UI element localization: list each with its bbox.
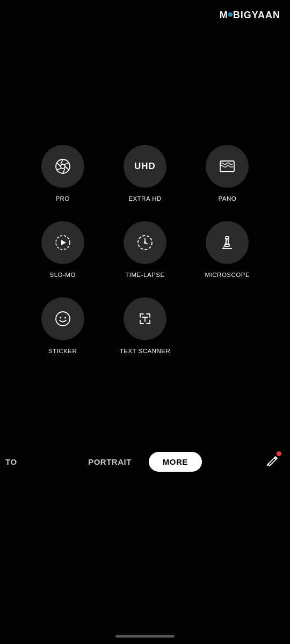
- microscope-icon: [217, 232, 237, 253]
- bottom-bar-right: [265, 445, 279, 478]
- edit-button[interactable]: [265, 453, 279, 470]
- mode-time-lapse[interactable]: TIME-LAPSE: [104, 221, 186, 278]
- svg-line-4: [65, 166, 69, 170]
- mode-microscope[interactable]: MICROSCOPE: [186, 221, 269, 278]
- sticker-icon: [53, 309, 73, 329]
- microscope-label: MICROSCOPE: [205, 272, 250, 278]
- text-scanner-icon-circle: [124, 297, 166, 340]
- svg-point-22: [64, 317, 66, 319]
- extra-hd-label: EXTRA HD: [128, 195, 162, 202]
- bottom-item-portrait[interactable]: PORTRAIT: [88, 457, 132, 466]
- uhd-icon: UHD: [134, 161, 156, 172]
- pro-icon-circle: [41, 145, 84, 188]
- pro-label: PRO: [55, 195, 69, 202]
- bottom-item-more[interactable]: MORE: [149, 452, 202, 472]
- pano-icon-circle: [206, 145, 249, 188]
- time-lapse-label: TIME-LAPSE: [125, 272, 164, 278]
- svg-point-20: [56, 312, 70, 326]
- svg-line-7: [57, 163, 61, 167]
- mode-pro[interactable]: PRO: [21, 145, 104, 202]
- slo-mo-icon-circle: [41, 221, 84, 264]
- svg-rect-17: [225, 244, 229, 246]
- edit-notification-dot: [277, 451, 281, 456]
- slomo-icon: [53, 232, 73, 253]
- sticker-label: STICKER: [48, 348, 77, 354]
- timelapse-icon: [135, 232, 155, 253]
- svg-marker-10: [61, 240, 66, 245]
- svg-line-6: [57, 168, 62, 170]
- text-scanner-label: TEXT SCANNER: [120, 348, 171, 354]
- extra-hd-icon-circle: UHD: [124, 145, 166, 188]
- time-lapse-icon-circle: [124, 221, 166, 264]
- panorama-icon: [217, 156, 237, 177]
- microscope-icon-circle: [206, 221, 249, 264]
- pano-label: PANO: [218, 195, 236, 202]
- mode-slo-mo[interactable]: SLO-MO: [21, 221, 104, 278]
- mode-extra-hd[interactable]: UHD EXTRA HD: [104, 145, 186, 202]
- aperture-icon: [53, 156, 73, 177]
- bottom-bar-center: PORTRAIT MORE: [0, 445, 290, 478]
- sticker-icon-circle: [41, 297, 84, 340]
- svg-line-3: [64, 163, 69, 165]
- mode-sticker[interactable]: STICKER: [21, 297, 104, 354]
- svg-point-0: [56, 159, 70, 173]
- mode-pano[interactable]: PANO: [186, 145, 269, 202]
- slo-mo-label: SLO-MO: [49, 272, 75, 278]
- svg-point-21: [60, 317, 61, 319]
- mode-grid: PRO UHD EXTRA HD PANO SLO-MO: [0, 145, 290, 354]
- mode-text-scanner[interactable]: TEXT SCANNER: [104, 297, 186, 354]
- bottom-handle: [115, 635, 175, 638]
- text-scanner-icon: [135, 309, 155, 329]
- watermark: MBIGYAAN: [220, 10, 280, 21]
